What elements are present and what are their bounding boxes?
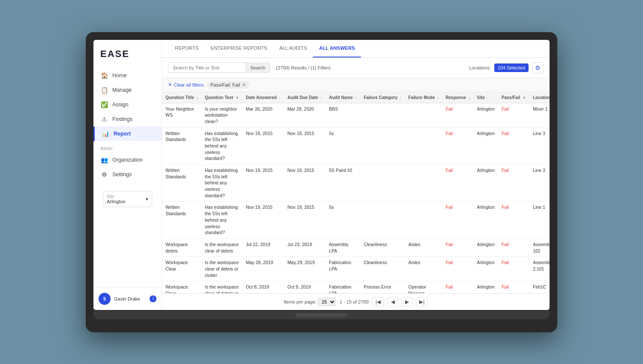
items-per-page-select[interactable]: 15 25 50 — [318, 298, 336, 306]
col-location[interactable]: Location ↕ — [529, 92, 550, 103]
sidebar-item-report[interactable]: 📊 Report — [93, 126, 162, 141]
tab-audits[interactable]: ALL AUDITS — [273, 40, 313, 58]
chevron-down-icon: ▾ — [146, 196, 148, 202]
results-info: (2700) Results / (1) Filters — [276, 65, 331, 70]
col-failure-category[interactable]: Failure Category ↕ — [360, 92, 405, 103]
sidebar-item-label: Manage — [112, 87, 132, 93]
locations-label: Locations: — [469, 65, 491, 70]
pagination: Items per page: 15 25 50 1 - 15 of 2700 … — [162, 293, 550, 310]
sidebar-item-label: Assign — [112, 102, 129, 108]
settings-icon: ⚙ — [100, 171, 108, 178]
sidebar-item-label: Report — [114, 131, 131, 137]
search-input[interactable] — [168, 63, 246, 72]
gear-button[interactable]: ⚙ — [532, 62, 544, 73]
table-row: Your Neighbor WSIs your neighbor worksta… — [162, 103, 550, 127]
table-row: Written StandardsHas establishing the 5S… — [162, 202, 550, 238]
data-table: Question Title ↕ Question Text ▼ Date An… — [162, 92, 550, 293]
col-question-text[interactable]: Question Text ▼ — [201, 92, 243, 103]
site-value: Arlington — [107, 199, 125, 204]
next-page-button[interactable]: ▶ — [402, 297, 412, 307]
findings-icon: ⚠ — [100, 116, 108, 123]
table-body: Your Neighbor WSIs your neighbor worksta… — [162, 103, 550, 293]
user-name: Gavin Drake — [114, 296, 140, 301]
chip-label: Pass/Fail: Fail — [210, 82, 240, 87]
info-icon[interactable]: i — [150, 295, 156, 302]
main-content: REPORTS ENTERPRISE REPORTS ALL AUDITS AL… — [162, 40, 550, 310]
clear-filters-label: Clear all filters — [174, 82, 204, 87]
site-label: Site — [107, 194, 125, 199]
sidebar-item-label: Home — [112, 72, 126, 78]
toolbar: Search (2700) Results / (1) Filters Loca… — [162, 58, 550, 78]
manage-icon: 📋 — [100, 87, 108, 93]
sidebar-item-home[interactable]: 🏠 Home — [93, 68, 162, 83]
items-per-page-label: Items per page: 15 25 50 — [284, 298, 337, 306]
filter-row: ✕ Clear all filters Pass/Fail: Fail ✕ — [162, 78, 550, 92]
locations-button[interactable]: 104 Selected — [494, 63, 529, 72]
col-audit-due-date[interactable]: Audit Due Date ↕ — [284, 92, 326, 103]
col-date-answered[interactable]: Date Answered ↕ — [242, 92, 284, 103]
report-icon: 📊 — [102, 130, 109, 137]
col-response[interactable]: Response ↕ — [442, 92, 474, 103]
home-icon: 🏠 — [100, 72, 108, 79]
table-container: Question Title ↕ Question Text ▼ Date An… — [162, 92, 550, 293]
col-audit-name[interactable]: Audit Name ↕ — [326, 92, 361, 103]
avatar: 5 — [99, 293, 111, 305]
sidebar-item-label: Findings — [112, 116, 132, 122]
first-page-button[interactable]: |◀ — [372, 297, 384, 307]
assign-icon: ✅ — [100, 101, 108, 108]
col-site[interactable]: Site ↕ — [474, 92, 498, 103]
gear-icon: ⚙ — [535, 64, 541, 71]
col-pass-fail[interactable]: Pass/Fail ▼ — [498, 92, 529, 103]
search-button[interactable]: Search — [246, 63, 270, 72]
pass-fail-chip: Pass/Fail: Fail ✕ — [207, 81, 249, 89]
table-header-row: Question Title ↕ Question Text ▼ Date An… — [162, 92, 550, 103]
search-box: Search — [168, 63, 270, 73]
sidebar-item-label: Organization — [112, 157, 143, 163]
x-icon: ✕ — [168, 82, 172, 87]
sidebar-item-org[interactable]: 👥 Organization — [93, 153, 162, 167]
sidebar-item-manage[interactable]: 📋 Manage — [93, 83, 162, 97]
sidebar: EASE 🏠 Home 📋 Manage ✅ Assign ⚠ Findings… — [93, 40, 162, 310]
sidebar-item-settings[interactable]: ⚙ Settings — [93, 167, 162, 182]
table-row: Workspace debrisIs the workspace clear o… — [162, 238, 550, 256]
tab-reports[interactable]: REPORTS — [169, 40, 204, 58]
table-row: Workspace ClearIs the workspace clear of… — [162, 257, 550, 281]
logo: EASE — [93, 45, 162, 68]
tab-answers[interactable]: ALL ANSWERS — [313, 40, 361, 58]
site-selector[interactable]: Site Arlington ▾ — [103, 191, 152, 207]
col-failure-mode[interactable]: Failure Mode ↕ — [405, 92, 442, 103]
last-page-button[interactable]: ▶| — [416, 297, 428, 307]
org-icon: 👥 — [100, 156, 108, 163]
chip-close-icon[interactable]: ✕ — [242, 82, 246, 88]
col-question-title[interactable]: Question Title ↕ — [162, 92, 201, 103]
top-nav: REPORTS ENTERPRISE REPORTS ALL AUDITS AL… — [162, 40, 550, 58]
table-row: Written StandardsHas establishing the 5S… — [162, 127, 550, 164]
sidebar-item-findings[interactable]: ⚠ Findings — [93, 112, 162, 126]
user-info: 5 Gavin Drake i — [93, 287, 162, 310]
tab-enterprise[interactable]: ENTERPRISE REPORTS — [204, 40, 273, 58]
table-row: Workspace ClearIs the workspace clear of… — [162, 281, 550, 293]
sidebar-item-label: Settings — [112, 171, 132, 177]
clear-filters-button[interactable]: ✕ Clear all filters — [168, 82, 204, 87]
pagination-range: 1 - 15 of 2700 — [340, 299, 369, 304]
prev-page-button[interactable]: ◀ — [388, 297, 398, 307]
table-row: Written StandardsHas establishing the 5S… — [162, 165, 550, 202]
sidebar-item-assign[interactable]: ✅ Assign — [93, 97, 162, 112]
admin-section-label: Admin — [93, 141, 162, 153]
